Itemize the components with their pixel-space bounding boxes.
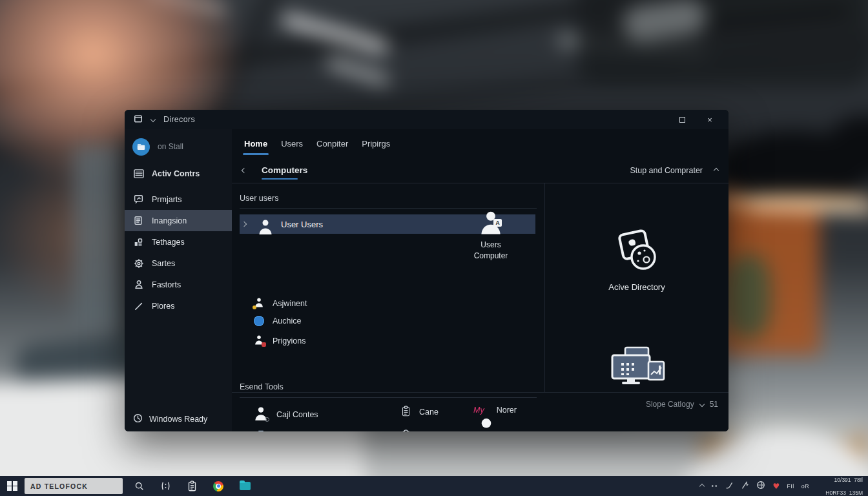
tab-users[interactable]: Users (280, 136, 304, 151)
sidebar: on Stall Activ Contrs Prmjarts Inangsion (125, 129, 232, 431)
taskbar-search[interactable]: AD TELOFOCK (25, 478, 123, 494)
globe-icon[interactable] (756, 480, 765, 492)
monitors-block (545, 346, 728, 389)
sidebar-item-label: Fastorts (152, 280, 181, 289)
status-bar: Slope Catlogy 51 (232, 392, 728, 431)
pen-icon (133, 300, 144, 311)
user-account-icon: A (479, 209, 503, 237)
main-area: Home Users Conpiter Pripirgs Computers S… (232, 129, 728, 431)
clipboard-icon (187, 480, 197, 491)
chevron-down-icon[interactable] (150, 117, 156, 122)
monitors-icon (607, 346, 666, 388)
search-icon (134, 481, 144, 491)
right-panel: Acive Directory (545, 183, 728, 392)
active-directory-block[interactable]: Acive Directory (545, 227, 728, 292)
taskbar: AD TELOFOCK •• ♥ FIl oR (0, 476, 868, 496)
sidebar-item-tethages[interactable]: Tethages (125, 231, 232, 253)
list-item-auchice[interactable]: Auchice (254, 316, 301, 326)
pen-icon[interactable] (725, 480, 734, 492)
window-title: Direcors (163, 115, 195, 124)
list-item-label: Auchice (273, 316, 301, 326)
tray-dots-icon: •• (711, 482, 718, 490)
sidebar-item-inangsion[interactable]: Inangsion (125, 210, 232, 231)
system-tray: •• ♥ FIl oR 10/391 78Il H0RF33 135M (700, 470, 868, 496)
active-directory-icon (612, 227, 661, 274)
gear-icon (133, 258, 144, 269)
section-heading-users: User users (240, 194, 278, 203)
profile[interactable]: on Stall (125, 133, 232, 160)
heart-icon[interactable]: ♥ (772, 482, 780, 490)
sidebar-item-fastorts[interactable]: Fastorts (125, 274, 232, 295)
list-column: User users User Users Asjwinent Auchice (232, 183, 544, 392)
profile-name: on Stall (158, 142, 183, 151)
clock-icon (133, 413, 143, 425)
search-button[interactable] (133, 480, 145, 492)
sidebar-item-label: Sartes (152, 259, 175, 268)
status-count: 51 (710, 400, 718, 409)
sidebar-item-label: Plores (152, 302, 174, 311)
a-badge: A (493, 219, 502, 227)
collapse-button[interactable] (714, 167, 719, 172)
close-button[interactable]: × (700, 112, 719, 127)
list-item-prigyions[interactable]: Prigyions (254, 335, 305, 347)
person-add-icon (254, 297, 264, 309)
sidebar-item-label: Inangsion (152, 216, 187, 225)
server-list-icon (133, 168, 144, 179)
sidebar-item-label: Activ Contrs (152, 169, 200, 178)
sidebar-item-label: Tethages (152, 238, 185, 247)
search-label: AD TELOFOCK (30, 482, 88, 490)
maximize-button[interactable] (672, 112, 692, 127)
sidebar-item-plores[interactable]: Plores (125, 295, 232, 316)
contact-icon[interactable] (741, 480, 749, 492)
windows-logo-icon (7, 481, 17, 491)
tab-home[interactable]: Home (243, 136, 269, 151)
sidebar-item-prmjarts[interactable]: Prmjarts (125, 189, 232, 210)
chevron-right-icon (242, 222, 247, 227)
file-explorer-button[interactable] (239, 480, 251, 492)
back-button[interactable] (242, 167, 247, 172)
task-view-icon (161, 481, 170, 491)
clock-line1: 10/391 78Il (834, 477, 863, 483)
yellow-badge (253, 305, 256, 309)
tray-extra-label: oR (801, 483, 810, 490)
section-heading-tools: Esend Tools (240, 382, 284, 391)
list-item-label: User Users (281, 220, 323, 229)
folder-icon (240, 482, 251, 490)
list-item-label: Prigyions (273, 336, 305, 346)
breadcrumb-title[interactable]: Computers (262, 165, 307, 175)
windows-ready-label: Windows Ready (149, 415, 207, 424)
tab-conpiter[interactable]: Conpiter (315, 136, 349, 151)
group-header-label: Stup and Comprater (630, 166, 703, 175)
titlebar: Direcors × (125, 110, 728, 129)
tab-pripirgs[interactable]: Pripirgs (360, 136, 391, 151)
folder-icon (134, 114, 143, 125)
tray-lang-label[interactable]: FIl (787, 483, 794, 490)
sidebar-item-sartes[interactable]: Sartes (125, 253, 232, 274)
breadcrumb: Computers Stup and Comprater (232, 158, 728, 183)
chevron-down-icon[interactable] (699, 402, 704, 407)
sidebar-footer: Windows Ready (125, 413, 232, 425)
list-item-asjwinent[interactable]: Asjwinent (254, 297, 307, 309)
clock-line2: H0RF33 135M (825, 490, 863, 496)
app-window: Direcors × on Stall Activ Contrs Prmjart… (125, 110, 728, 431)
sidebar-item-activ-contrs[interactable]: Activ Contrs (125, 163, 232, 184)
person-icon (258, 218, 273, 237)
start-button[interactable] (0, 476, 25, 496)
side-label-computer: Computer (471, 251, 510, 262)
users-computer-figure: A Users Computer (471, 209, 510, 262)
maximize-icon (679, 117, 685, 123)
chat-icon (133, 194, 144, 205)
document-icon (133, 215, 144, 226)
clipboard-button[interactable] (186, 480, 198, 492)
close-icon: × (707, 116, 712, 124)
clock[interactable]: 10/391 78Il H0RF33 135M (816, 470, 863, 496)
task-view-button[interactable] (160, 480, 171, 492)
tab-bar: Home Users Conpiter Pripirgs (232, 129, 728, 158)
chrome-button[interactable] (212, 480, 224, 492)
tray-expand-button[interactable] (699, 483, 705, 488)
side-label-users: Users (471, 240, 510, 251)
sidebar-item-label: Prmjarts (152, 195, 182, 204)
blue-circle-icon (254, 316, 264, 326)
list-item-label: Asjwinent (273, 299, 307, 308)
person-icon (133, 279, 144, 290)
